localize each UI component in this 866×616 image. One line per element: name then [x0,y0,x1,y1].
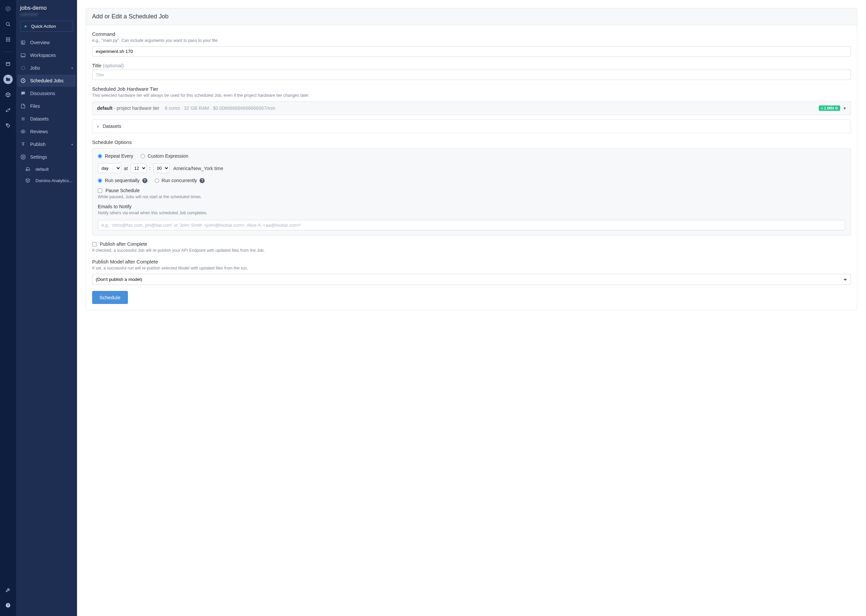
svg-rect-10 [6,41,7,41]
project-subtitle: username [20,12,73,17]
sidebar-item-label: Jobs [30,65,40,71]
title-label: Title (optional) [92,63,851,68]
sidebar-item-jobs[interactable]: Jobs ▾ [17,62,76,74]
svg-point-25 [22,66,25,70]
chat-icon [20,91,26,96]
at-text: at [124,166,128,171]
quick-action-button[interactable]: Quick Action [20,21,73,32]
hw-desc: - project hardware tier [113,105,159,111]
schedule-button[interactable]: Schedule [92,291,128,304]
hw-specs: 8 cores · 32 GB RAM · $0.006666666666666… [165,105,275,111]
sidebar-item-label: Workspaces [30,53,56,58]
hw-help: This selected hardware tier will always … [92,93,851,98]
datasets-label: Datasets [103,124,121,129]
project-title: jobs-demo [20,5,73,11]
hardware-tier-selector[interactable]: default - project hardware tier 8 cores … [92,101,851,115]
colon-text: : [149,166,151,171]
transfer-icon[interactable] [3,105,13,115]
chevron-down-icon[interactable]: ▾ [844,105,846,111]
sidebar-item-scheduled-jobs[interactable]: Scheduled Jobs [17,75,76,87]
publish-model-help: If set, a successful run will re-publish… [92,266,851,270]
title-input[interactable] [92,70,851,80]
svg-rect-11 [8,41,9,41]
folder-icon[interactable] [3,75,13,84]
play-icon [24,24,28,28]
apps-icon[interactable] [3,35,13,44]
chevron-down-icon: ▾ [71,143,73,146]
svg-rect-23 [21,53,25,56]
sidebar-item-label: Discussions [30,91,55,96]
emails-input[interactable] [98,220,845,230]
svg-point-2 [6,22,9,25]
hour-select[interactable]: 12 [130,163,147,173]
sidebar-item-overview[interactable]: Overview [17,36,76,49]
sidebar-item-label: Datasets [30,116,49,121]
emails-help: Notify others via email when this schedu… [98,211,845,215]
svg-point-0 [7,8,9,10]
overview-icon [20,40,26,45]
sidebar-item-workspaces[interactable]: Workspaces [17,49,76,61]
command-input[interactable] [92,46,851,57]
gear-icon [20,154,26,160]
run-sequentially-radio[interactable]: Run sequentially ? [98,178,147,183]
search-icon[interactable] [3,19,13,29]
publish-check-help: If checked, a successful Job will re-pub… [92,248,851,253]
schedule-header: Schedule Options [92,139,851,145]
unit-select[interactable]: day [98,163,121,173]
file-icon [20,104,26,109]
sidebar-item-reviews[interactable]: Reviews [17,126,76,138]
sidebar-subitem-label: default [36,167,49,172]
publish-model-select[interactable]: (Don't publish a model) [92,274,851,285]
svg-rect-5 [8,38,9,39]
sidebar-item-settings[interactable]: Settings [17,151,76,163]
workspace-icon [20,53,26,58]
icon-rail: ? [0,0,16,616]
help-icon[interactable]: ? [200,178,204,183]
main-content: Add or Edit a Scheduled Job Command e.g.… [77,0,866,616]
sidebar-subitem-label: Domino Analytics... [36,178,73,183]
tag-icon[interactable] [3,121,13,130]
svg-point-20 [22,41,23,42]
schedule-panel: Repeat Every Custom Expression day at 12… [92,148,851,235]
sidebar-item-discussions[interactable]: Discussions [17,87,76,99]
minute-select[interactable]: 00 [153,163,170,173]
chevron-down-icon: ▾ [71,66,73,70]
run-concurrently-radio[interactable]: Run concurrently ? [155,178,205,183]
svg-rect-7 [6,39,7,40]
custom-expression-radio[interactable]: Custom Expression [141,153,188,159]
hw-name: default [97,105,113,111]
sidebar-item-files[interactable]: Files [17,100,76,112]
sidebar-item-publish[interactable]: Publish ▾ [17,138,76,150]
svg-point-34 [27,170,27,170]
clock-icon [20,78,26,83]
sidebar-subitem-domino-analytics[interactable]: Domino Analytics... [19,175,76,186]
svg-rect-9 [9,39,10,40]
svg-rect-8 [8,39,9,40]
pause-help: While paused, Jobs will not start at the… [98,195,845,199]
chevron-right-icon: › [97,124,99,129]
repeat-every-radio[interactable]: Repeat Every [98,153,133,159]
help-icon[interactable]: ? [142,178,147,183]
command-label: Command [92,31,851,37]
timezone-text: America/New_York time [173,166,223,171]
eye-icon [20,129,26,134]
library-icon[interactable] [3,59,13,69]
sidebar-item-label: Publish [30,141,46,147]
pause-schedule-checkbox[interactable]: Pause Schedule [98,188,845,193]
sidebar-subitem-default[interactable]: default [19,164,76,174]
svg-point-32 [22,156,24,158]
logo-icon[interactable] [3,4,13,13]
sidebar-item-label: Reviews [30,129,48,134]
sidebar-item-label: Overview [30,40,50,45]
svg-rect-6 [9,38,10,39]
svg-text:?: ? [7,603,9,607]
wrench-icon[interactable] [3,585,13,595]
sidebar-item-datasets[interactable]: Datasets [17,113,76,125]
sidebar-item-label: Files [30,104,40,109]
publish-after-complete-checkbox[interactable]: Publish after Complete [92,241,851,247]
datasets-expander[interactable]: › Datasets [92,119,851,133]
help-icon[interactable]: ? [3,600,13,610]
page-title: Add or Edit a Scheduled Job [86,8,857,25]
cube-icon[interactable] [3,90,13,99]
svg-point-16 [7,124,7,125]
